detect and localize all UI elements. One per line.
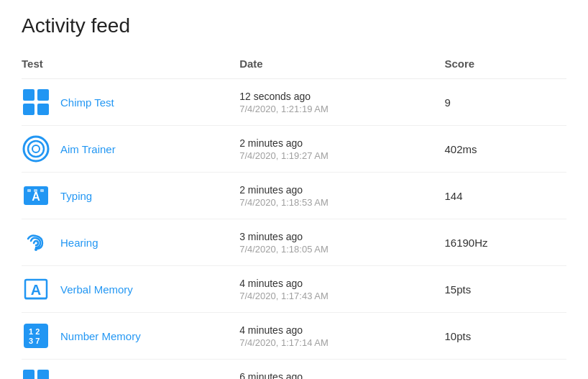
test-cell-chimp-test: Chimp Test	[22, 88, 239, 117]
test-column-header: Test	[22, 52, 239, 79]
score-visual-memory: 8	[430, 360, 566, 380]
svg-rect-10	[34, 189, 37, 192]
test-cell-aim-trainer: Aim Trainer	[22, 134, 239, 163]
svg-rect-20	[37, 370, 49, 379]
chimp-test-icon	[22, 88, 50, 117]
chimp-test-link[interactable]: Chimp Test	[60, 96, 114, 109]
date-absolute-aim-trainer: 7/4/2020, 1:19:27 AM	[239, 150, 430, 161]
score-hearing: 16190Hz	[430, 219, 566, 266]
test-cell-typing: A Typing	[22, 181, 239, 210]
hearing-link[interactable]: Hearing	[60, 237, 98, 249]
date-absolute-hearing: 7/4/2020, 1:18:05 AM	[239, 244, 430, 255]
verbal-memory-icon: A	[22, 275, 50, 303]
svg-rect-11	[40, 189, 44, 192]
test-cell-hearing: Hearing	[22, 228, 239, 257]
score-typing: 144	[430, 173, 566, 219]
score-verbal-memory: 15pts	[430, 266, 566, 313]
date-absolute-number-memory: 7/4/2020, 1:17:14 AM	[239, 337, 430, 348]
verbal-memory-link[interactable]: Verbal Memory	[60, 283, 133, 296]
svg-rect-2	[23, 104, 35, 115]
number-memory-icon: 1 2 3 7	[22, 321, 50, 350]
svg-rect-9	[27, 189, 31, 192]
svg-rect-0	[23, 89, 35, 101]
svg-point-5	[28, 141, 44, 157]
page-title: Activity feed	[22, 14, 566, 37]
svg-rect-1	[37, 89, 49, 101]
visual-memory-icon	[22, 368, 50, 379]
date-absolute-verbal-memory: 7/4/2020, 1:17:43 AM	[239, 291, 430, 301]
svg-text:1 2: 1 2	[29, 327, 40, 336]
table-row: Visual Memory 6 minutes ago 7/4/2020, 1:…	[22, 360, 566, 380]
date-relative-typing: 2 minutes ago	[239, 184, 430, 196]
hearing-icon	[22, 228, 50, 257]
table-row: Hearing 3 minutes ago 7/4/2020, 1:18:05 …	[22, 219, 566, 266]
score-column-header: Score	[430, 52, 566, 79]
table-row: 1 2 3 7 Number Memory 4 minutes ago 7/4/…	[22, 313, 566, 360]
test-cell-number-memory: 1 2 3 7 Number Memory	[22, 321, 239, 350]
aim-trainer-icon	[22, 134, 50, 163]
typing-icon: A	[22, 181, 50, 210]
date-relative-number-memory: 4 minutes ago	[239, 324, 430, 336]
score-number-memory: 10pts	[430, 313, 566, 360]
date-absolute-chimp-test: 7/4/2020, 1:21:19 AM	[239, 104, 430, 114]
score-chimp-test: 9	[430, 79, 566, 126]
table-row: Chimp Test 12 seconds ago 7/4/2020, 1:21…	[22, 79, 566, 126]
aim-trainer-link[interactable]: Aim Trainer	[60, 143, 116, 155]
score-aim-trainer: 402ms	[430, 126, 566, 173]
typing-link[interactable]: Typing	[60, 190, 92, 202]
svg-text:A: A	[31, 282, 41, 298]
table-row: A Verbal Memory 4 minutes ago 7/4/2020, …	[22, 266, 566, 313]
visual-memory-link[interactable]: Visual Memory	[60, 377, 132, 380]
table-row: A Typing 2 minutes ago 7/4/2020, 1:18:53…	[22, 173, 566, 219]
date-relative-hearing: 3 minutes ago	[239, 231, 430, 242]
activity-table: Test Date Score Chimp Test 12 seconds ag…	[22, 52, 566, 379]
date-absolute-typing: 7/4/2020, 1:18:53 AM	[239, 197, 430, 208]
date-column-header: Date	[239, 52, 430, 79]
svg-point-6	[32, 145, 40, 152]
table-row: Aim Trainer 2 minutes ago 7/4/2020, 1:19…	[22, 126, 566, 173]
svg-rect-3	[37, 104, 49, 115]
test-cell-visual-memory: Visual Memory	[22, 368, 239, 379]
date-relative-aim-trainer: 2 minutes ago	[239, 137, 430, 149]
date-relative-chimp-test: 12 seconds ago	[239, 91, 430, 102]
svg-text:A: A	[32, 191, 40, 203]
date-relative-visual-memory: 6 minutes ago	[239, 371, 430, 380]
svg-text:3 7: 3 7	[29, 337, 40, 345]
svg-rect-19	[23, 370, 35, 379]
date-relative-verbal-memory: 4 minutes ago	[239, 278, 430, 289]
number-memory-link[interactable]: Number Memory	[60, 330, 141, 342]
test-cell-verbal-memory: A Verbal Memory	[22, 275, 239, 303]
svg-point-12	[35, 248, 37, 251]
